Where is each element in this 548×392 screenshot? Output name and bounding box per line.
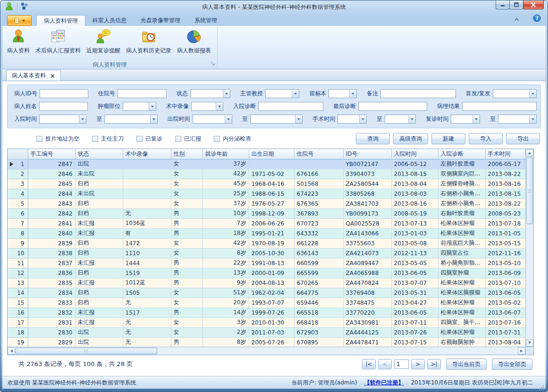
column-header-admission-number[interactable]: 住院号 bbox=[294, 149, 343, 159]
table-row[interactable]: 72841未汇报1036蓝男7岁2006-06-26670723QA002552… bbox=[8, 218, 525, 228]
checkbox-box-followed-up[interactable] bbox=[136, 136, 143, 142]
filter-combo-tumor-site[interactable] bbox=[123, 102, 156, 111]
checkbox-film-address-empty[interactable]: 胶片地址为空 bbox=[36, 135, 79, 143]
table-row[interactable]: 132835未汇报1012蓝男9岁2004-08-13670265ZA44708… bbox=[8, 278, 525, 288]
app-logo-icon[interactable] bbox=[5, 2, 14, 13]
ribbon-button-patient-data[interactable]: 病人资料 bbox=[4, 27, 33, 61]
ribbon-button-postop-report-data[interactable]: 术后病人汇报资料 bbox=[33, 27, 84, 61]
tab-patient-basic-data[interactable]: 病人基本资料 × bbox=[6, 70, 61, 81]
filter-input-remarks[interactable] bbox=[380, 89, 456, 98]
vertical-scroll-thumb[interactable] bbox=[526, 157, 533, 224]
filter-input-admission-number[interactable] bbox=[118, 89, 167, 98]
maximize-button[interactable] bbox=[509, 0, 523, 9]
column-header-status[interactable]: 状态 bbox=[75, 149, 123, 159]
combo-dropdown-icon[interactable] bbox=[295, 115, 302, 123]
ribbon-tab-department-staff-info[interactable]: 科室人员信息 bbox=[85, 15, 134, 26]
table-row[interactable]: 42844未出院女25岁1988-06-15674223338052682013… bbox=[8, 189, 525, 199]
ribbon-tab-system-management[interactable]: 系统管理 bbox=[187, 15, 224, 26]
software-registered-link[interactable]: 【软件已注册】 bbox=[364, 379, 404, 387]
vertical-scroll-track[interactable] bbox=[526, 225, 533, 339]
scroll-up-icon[interactable] bbox=[526, 149, 533, 157]
filter-combo-first-or-recurrence[interactable] bbox=[493, 89, 537, 98]
filter-input-pathology-result[interactable] bbox=[462, 102, 537, 111]
ribbon-tab-disc-video-management[interactable]: 光盘录像带管理 bbox=[134, 15, 187, 26]
filter-combo-chief-professor[interactable] bbox=[265, 89, 299, 98]
horizontal-scroll-track[interactable] bbox=[158, 347, 518, 355]
checkbox-endocrine-exam[interactable]: 内分泌检查 bbox=[214, 135, 251, 143]
filter-combo-followup-date-from[interactable] bbox=[451, 115, 480, 124]
combo-dropdown-icon[interactable] bbox=[349, 90, 356, 98]
checkbox-followed-up[interactable]: 已复诊 bbox=[136, 135, 162, 143]
dialog-launcher-icon[interactable] bbox=[211, 61, 216, 68]
new-button[interactable]: 新建 bbox=[431, 133, 465, 144]
combo-dropdown-icon[interactable] bbox=[223, 90, 230, 98]
filter-combo-discharge-date-from[interactable] bbox=[193, 115, 233, 124]
scroll-right-icon[interactable] bbox=[518, 347, 525, 355]
filter-combo-admission-date-from[interactable] bbox=[39, 115, 86, 124]
column-header-intraop-video[interactable]: 术中录像 bbox=[123, 149, 171, 159]
filter-input-patient-name[interactable] bbox=[39, 102, 88, 111]
combo-dropdown-icon[interactable] bbox=[225, 115, 232, 123]
column-header-id-number[interactable]: ID号 bbox=[343, 149, 391, 159]
table-row[interactable]: 122836归档1519男13岁2000-01-09665599ZA406598… bbox=[8, 268, 525, 278]
info-icon[interactable]: i bbox=[533, 14, 541, 24]
column-header-admission-diagnosis[interactable]: 入院诊断 bbox=[438, 149, 485, 159]
combo-dropdown-icon[interactable] bbox=[79, 115, 86, 123]
filter-combo-followup-date-to[interactable] bbox=[498, 115, 537, 124]
combo-dropdown-icon[interactable] bbox=[359, 115, 366, 123]
filter-input-final-diagnosis[interactable] bbox=[358, 102, 427, 111]
table-row[interactable]: 172831未汇报无女3岁2010-01-30668418ZA343098120… bbox=[8, 317, 525, 327]
table-row[interactable]: 82840未汇报有男18岁1995-01-21643332ZA414306620… bbox=[8, 228, 525, 238]
ribbon-button-patient-data-history[interactable]: 病人资料历史记录 bbox=[123, 27, 174, 61]
layout-style-icon[interactable] bbox=[21, 2, 28, 12]
collapse-ribbon-icon[interactable] bbox=[514, 15, 520, 24]
table-row[interactable]: 162832未汇报1517男14岁1999-07-266655183377022… bbox=[8, 308, 525, 317]
advanced-query-button[interactable]: 高级查询 bbox=[393, 133, 428, 144]
column-header-visit-age[interactable]: 就诊年龄 bbox=[202, 149, 249, 159]
table-row[interactable]: 92839归档1472女42岁1970-08-19661228337556032… bbox=[8, 238, 525, 248]
last-page-button[interactable]: >| bbox=[427, 359, 441, 369]
combo-dropdown-icon[interactable] bbox=[292, 90, 299, 98]
filter-input-patient-id[interactable] bbox=[40, 89, 88, 98]
filter-combo-discharge-date-to[interactable] bbox=[250, 115, 303, 124]
export-current-page-button[interactable]: 导出当前页 bbox=[446, 359, 487, 370]
import-button[interactable]: 导入 bbox=[469, 133, 503, 144]
column-header-gender[interactable]: 性别 bbox=[171, 149, 202, 159]
close-button[interactable] bbox=[523, 0, 544, 9]
table-row[interactable]: 142834归档1505女51岁1962-02-0466477533769408… bbox=[8, 288, 525, 298]
filter-combo-surgery-date-to[interactable] bbox=[385, 115, 416, 124]
resize-grip-icon[interactable] bbox=[539, 381, 544, 387]
checkbox-box-endocrine-exam[interactable] bbox=[214, 136, 220, 142]
combo-dropdown-icon[interactable] bbox=[529, 90, 536, 98]
checkbox-box-film-address-empty[interactable] bbox=[36, 136, 42, 142]
application-menu-button[interactable] bbox=[7, 15, 32, 26]
ribbon-button-patient-data-report[interactable]: 病人数据报表 bbox=[174, 27, 214, 61]
filter-combo-intraop-video[interactable] bbox=[191, 102, 223, 111]
ribbon-tab-patient-data-management[interactable]: 病人资料管理 bbox=[36, 15, 85, 26]
table-row[interactable]: 112837未汇报1444男22岁1991-08-13660599ZA40894… bbox=[8, 258, 525, 268]
ribbon-button-recent-followup-reminder[interactable]: 近期复诊提醒 bbox=[84, 27, 123, 61]
table-row[interactable]: 62842归档无男10岁1998-12-09367893YB0099173200… bbox=[8, 209, 525, 218]
horizontal-scroll-thumb[interactable] bbox=[16, 348, 157, 354]
export-all-pages-button[interactable]: 导出全部页 bbox=[492, 359, 532, 370]
scroll-left-icon[interactable] bbox=[8, 347, 15, 355]
combo-dropdown-icon[interactable] bbox=[408, 115, 415, 123]
filter-combo-admission-date-to[interactable] bbox=[104, 115, 157, 124]
column-header-manual-number[interactable]: 手工编号 bbox=[28, 149, 75, 159]
minimize-button[interactable] bbox=[496, 0, 510, 9]
horizontal-scrollbar[interactable] bbox=[8, 347, 525, 355]
checkbox-box-chief-surgeon[interactable] bbox=[92, 136, 98, 142]
prev-page-button[interactable]: < bbox=[378, 359, 392, 369]
table-row[interactable]: 102838归档1110女8岁2005-10-30636143ZA4214073… bbox=[8, 248, 525, 258]
combo-dropdown-icon[interactable] bbox=[472, 115, 480, 123]
table-row[interactable]: 182830出院无女2岁2011-07-03672903ZA4444125201… bbox=[8, 327, 525, 337]
combo-dropdown-icon[interactable] bbox=[150, 115, 157, 123]
column-header-row-indicator[interactable] bbox=[8, 149, 28, 159]
column-header-surgery-date[interactable]: 手术时间 bbox=[485, 149, 525, 159]
vertical-scrollbar[interactable] bbox=[525, 149, 533, 347]
combo-dropdown-icon[interactable] bbox=[149, 102, 156, 110]
export-button[interactable]: 导出 bbox=[506, 133, 540, 144]
checkbox-box-reported[interactable] bbox=[175, 136, 181, 142]
column-header-admission-date[interactable]: 入院时间 bbox=[391, 149, 438, 159]
table-row[interactable]: 32845归档女45岁1968-04-16501568ZA25805442013… bbox=[8, 179, 525, 189]
